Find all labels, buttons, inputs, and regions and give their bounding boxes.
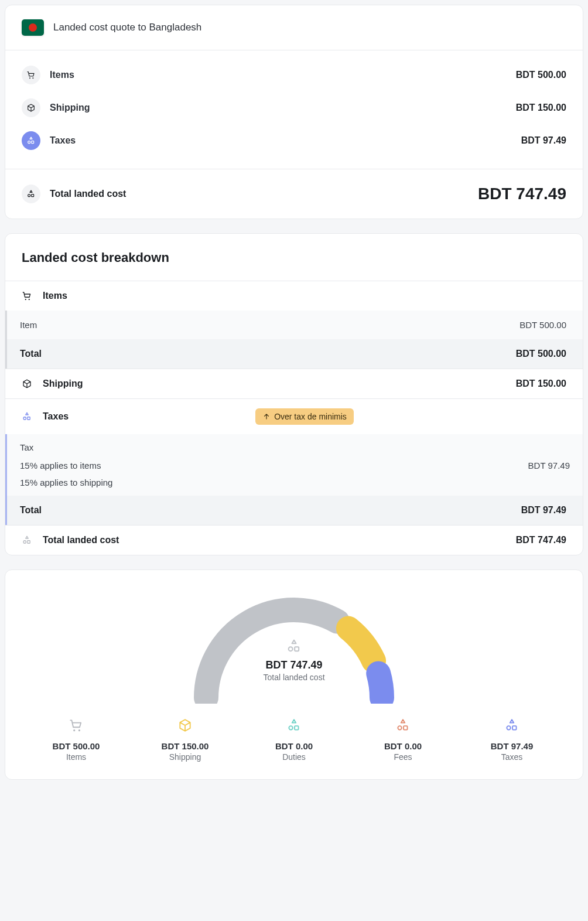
items-total-row: Total BDT 500.00: [7, 339, 583, 369]
breakdown-items-rows: Item BDT 500.00 Total BDT 500.00: [5, 311, 583, 369]
box-icon: [177, 718, 193, 733]
cart-icon: [69, 718, 84, 733]
summary-row-items: Items BDT 500.00: [22, 59, 566, 91]
cat-amount: BDT 0.00: [348, 741, 457, 751]
gauge-chart: BDT 747.49 Total landed cost: [183, 586, 405, 704]
breakdown-title: Landed cost breakdown: [5, 234, 583, 281]
grand-total-value: BDT 747.49: [516, 535, 566, 545]
category-taxes: BDT 97.49 Taxes: [457, 718, 566, 762]
box-icon: [22, 378, 32, 389]
taxes-label: Taxes: [50, 135, 512, 146]
badge-text: Over tax de minimis: [274, 412, 347, 421]
cat-label: Items: [22, 752, 131, 762]
tax-line-label: 15% applies to items: [20, 460, 101, 470]
items-value: BDT 500.00: [516, 70, 566, 80]
tax-line-value: BDT 97.49: [528, 460, 570, 470]
cart-icon: [22, 66, 40, 84]
breakdown-shipping-label: Shipping: [43, 378, 505, 389]
shapes-icon: [395, 718, 411, 733]
breakdown-taxes-header[interactable]: Taxes Over tax de minimis: [5, 398, 583, 434]
shipping-value: BDT 150.00: [516, 103, 566, 113]
grand-total-label: Total landed cost: [43, 535, 505, 545]
cat-amount: BDT 500.00: [22, 741, 131, 751]
gauge-center: BDT 747.49 Total landed cost: [183, 638, 405, 682]
tax-line-label: 15% applies to shipping: [20, 477, 112, 487]
breakdown-grand-total-row: Total landed cost BDT 747.49: [5, 525, 583, 555]
de-minimis-badge: Over tax de minimis: [255, 408, 354, 425]
taxes-total-label: Total: [20, 505, 511, 516]
cat-label: Taxes: [457, 752, 566, 762]
total-value: BDT 747.49: [478, 185, 566, 203]
breakdown-card: Landed cost breakdown Items Item BDT 500…: [5, 233, 583, 555]
summary-row-shipping: Shipping BDT 150.00: [22, 91, 566, 124]
items-total-value: BDT 500.00: [516, 349, 566, 359]
category-shipping: BDT 150.00 Shipping: [131, 718, 240, 762]
cat-label: Shipping: [131, 752, 240, 762]
tax-line: 15% applies to items BDT 97.49: [20, 460, 570, 470]
taxes-value: BDT 97.49: [521, 135, 566, 146]
cat-label: Fees: [348, 752, 457, 762]
cat-amount: BDT 150.00: [131, 741, 240, 751]
gauge-wrap: BDT 747.49 Total landed cost BDT 500.00 …: [5, 570, 583, 779]
items-label: Items: [50, 70, 507, 80]
quote-body: Items BDT 500.00 Shipping BDT 150.00 Tax…: [5, 50, 583, 169]
quote-summary-card: Landed cost quote to Bangladesh Items BD…: [5, 5, 583, 219]
category-items: BDT 500.00 Items: [22, 718, 131, 762]
shapes-icon: [504, 718, 519, 733]
tax-block: Tax 15% applies to items BDT 97.49 15% a…: [7, 434, 583, 496]
item-row-value: BDT 500.00: [519, 320, 566, 330]
quote-header: Landed cost quote to Bangladesh: [5, 5, 583, 50]
summary-row-taxes: Taxes BDT 97.49: [22, 124, 566, 157]
item-row-label: Item: [20, 320, 509, 330]
breakdown-items-header[interactable]: Items: [5, 281, 583, 311]
box-icon: [22, 98, 40, 117]
shapes-icon: [22, 411, 32, 422]
item-row: Item BDT 500.00: [7, 311, 583, 339]
cat-amount: BDT 0.00: [240, 741, 348, 751]
gauge-amount: BDT 747.49: [183, 659, 405, 671]
cat-amount: BDT 97.49: [457, 741, 566, 751]
breakdown-shipping-value: BDT 150.00: [516, 378, 566, 389]
breakdown-taxes-rows: Tax 15% applies to items BDT 97.49 15% a…: [5, 434, 583, 525]
tax-line: 15% applies to shipping: [20, 477, 570, 487]
shapes-icon: [286, 718, 302, 733]
shapes-icon: [22, 535, 32, 545]
cart-icon: [22, 291, 32, 301]
shapes-icon: [22, 131, 40, 150]
category-fees: BDT 0.00 Fees: [348, 718, 457, 762]
shapes-icon: [22, 185, 40, 203]
bangladesh-flag-icon: [22, 19, 44, 36]
quote-total-row: Total landed cost BDT 747.49: [5, 169, 583, 219]
taxes-total-row: Total BDT 97.49: [7, 496, 583, 525]
breakdown-items-label: Items: [43, 291, 566, 301]
tax-block-header: Tax: [20, 442, 570, 452]
shipping-label: Shipping: [50, 103, 507, 113]
gauge-card: BDT 747.49 Total landed cost BDT 500.00 …: [5, 569, 583, 780]
cat-label: Duties: [240, 752, 348, 762]
shapes-icon: [286, 638, 302, 654]
breakdown-taxes-label: Taxes: [43, 411, 210, 422]
total-label: Total landed cost: [50, 189, 469, 199]
gauge-label: Total landed cost: [183, 673, 405, 682]
arrow-up-icon: [262, 412, 271, 421]
quote-title: Landed cost quote to Bangladesh: [53, 22, 201, 33]
category-row: BDT 500.00 Items BDT 150.00 Shipping BDT…: [22, 718, 566, 762]
items-total-label: Total: [20, 349, 505, 359]
taxes-total-value: BDT 97.49: [521, 505, 566, 516]
breakdown-shipping-row[interactable]: Shipping BDT 150.00: [5, 369, 583, 398]
category-duties: BDT 0.00 Duties: [240, 718, 348, 762]
